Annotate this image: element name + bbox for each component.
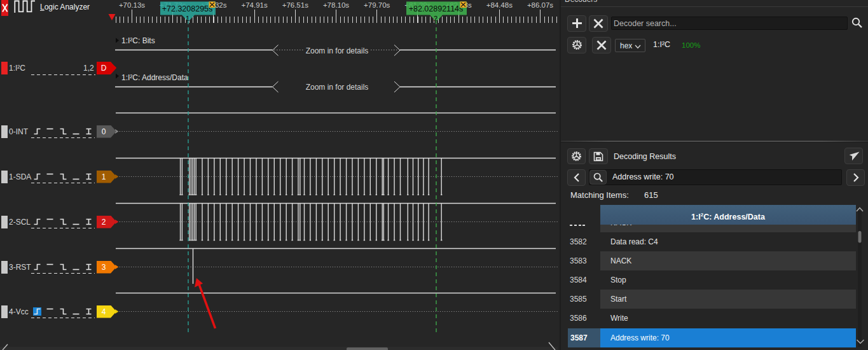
svg-text:2: 2 xyxy=(434,15,437,22)
svg-text:+72.3208295s: +72.3208295s xyxy=(162,4,213,13)
svg-text:+70.13s: +70.13s xyxy=(119,1,145,9)
svg-text:1:I²C: Bits: 1:I²C: Bits xyxy=(121,36,155,45)
svg-text:1:I²C: Address/Data: 1:I²C: Address/Data xyxy=(121,73,188,82)
svg-text:Zoom in for details: Zoom in for details xyxy=(306,46,369,55)
svg-text:+82.02892114s: +82.02892114s xyxy=(409,4,464,13)
svg-text:+84.48s: +84.48s xyxy=(486,1,513,9)
svg-text:+78.10s: +78.10s xyxy=(323,1,349,9)
svg-text:+74.91s: +74.91s xyxy=(241,1,267,9)
svg-text:1: 1 xyxy=(186,15,189,22)
svg-text:+86.07s: +86.07s xyxy=(527,1,553,9)
svg-text:+76.51s: +76.51s xyxy=(282,1,308,9)
svg-text:+79.70s: +79.70s xyxy=(364,1,390,9)
svg-text:Zoom in for details: Zoom in for details xyxy=(306,83,369,92)
